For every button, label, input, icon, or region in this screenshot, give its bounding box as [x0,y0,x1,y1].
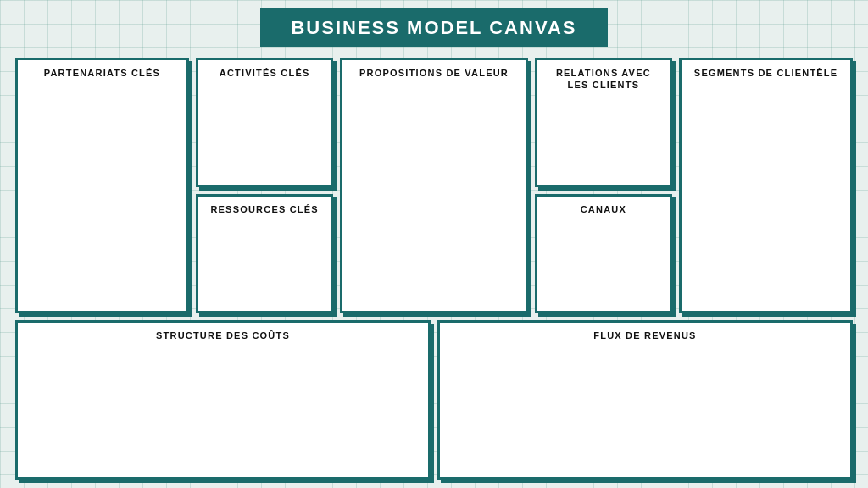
cell-canaux: CANAUX [535,194,673,313]
cell-structure: STRUCTURE DES COÛTS [15,320,431,480]
col-activites-stack: ACTIVITÉS CLÉS RESSOURCES CLÉS [196,58,334,313]
cell-relations: RELATIONS AVEC LES CLIENTS [535,58,673,187]
bottom-row: STRUCTURE DES COÛTS FLUX DE REVENUS [15,320,853,480]
cell-partenariats: PARTENARIATS CLÉS [15,58,189,313]
top-row: PARTENARIATS CLÉS ACTIVITÉS CLÉS RESSOUR… [15,58,853,313]
cell-segments: SEGMENTS DE CLIENTÈLE [679,58,853,313]
cell-flux-title: FLUX DE REVENUS [448,330,842,341]
cell-propositions-title: PROPOSITIONS DE VALEUR [351,67,516,79]
cell-structure-title: STRUCTURE DES COÛTS [26,330,420,341]
col-relations-stack: RELATIONS AVEC LES CLIENTS CANAUX [535,58,673,313]
page-title: BUSINESS MODEL CANVAS [260,8,607,47]
cell-ressources: RESSOURCES CLÉS [196,194,334,313]
cell-propositions: PROPOSITIONS DE VALEUR [340,58,527,313]
cell-activites-title: ACTIVITÉS CLÉS [207,67,323,79]
cell-canaux-title: CANAUX [546,203,662,215]
cell-relations-title: RELATIONS AVEC LES CLIENTS [546,67,662,92]
canvas-area: PARTENARIATS CLÉS ACTIVITÉS CLÉS RESSOUR… [15,58,853,480]
cell-segments-title: SEGMENTS DE CLIENTÈLE [690,67,842,79]
cell-ressources-title: RESSOURCES CLÉS [207,203,323,215]
cell-partenariats-title: PARTENARIATS CLÉS [26,67,178,79]
cell-flux: FLUX DE REVENUS [437,320,853,480]
cell-activites: ACTIVITÉS CLÉS [196,58,334,187]
